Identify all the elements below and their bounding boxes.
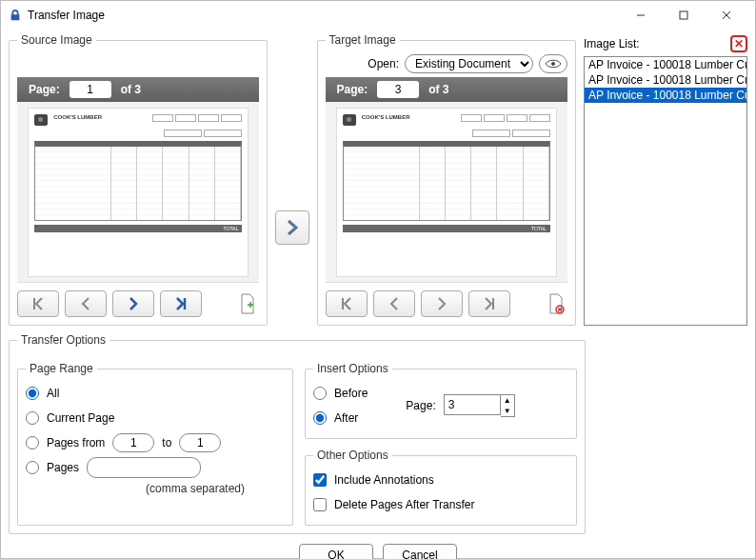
image-list-label: Image List: xyxy=(584,37,640,50)
source-preview: COOK'S LUMBER TOTAL xyxy=(17,102,259,283)
page-range-pages-label: Pages xyxy=(47,461,79,474)
source-legend: Source Image xyxy=(17,33,96,47)
source-prev-page-button[interactable] xyxy=(65,290,107,317)
source-first-page-button[interactable] xyxy=(17,290,59,317)
page-range-hint: (comma separated) xyxy=(106,482,285,495)
list-item[interactable]: AP Invoice - 100018 Lumber Cuts - xyxy=(585,72,746,88)
ok-button[interactable]: OK xyxy=(299,544,373,559)
target-next-page-button[interactable] xyxy=(421,290,463,317)
list-item[interactable]: AP Invoice - 100018 Lumber Cuts - xyxy=(585,88,746,103)
target-preview: COOK'S LUMBER TOTAL xyxy=(326,102,567,283)
delete-after-label: Delete Pages After Transfer xyxy=(334,498,474,511)
page-spin-down[interactable]: ▼ xyxy=(501,406,514,416)
target-last-page-button[interactable] xyxy=(468,290,510,317)
page-range-from-label: Pages from xyxy=(47,436,105,449)
insert-page-label: Page: xyxy=(406,399,435,412)
window-title: Transfer Image xyxy=(28,9,619,22)
page-range-all-radio[interactable] xyxy=(26,387,39,400)
transfer-arrow-button[interactable] xyxy=(275,210,308,245)
source-image-group: Source Image Page: 1 of 3 COOK'S LUMBER … xyxy=(9,33,268,326)
insert-options-legend: Insert Options xyxy=(313,362,392,375)
source-page-label: Page: xyxy=(29,83,60,96)
page-range-all-label: All xyxy=(47,387,59,400)
svg-rect-1 xyxy=(680,11,687,19)
page-range-to-label: to xyxy=(162,436,171,449)
target-legend: Target Image xyxy=(326,33,400,47)
page-range-group: Page Range All Current Page Pages from t… xyxy=(17,362,293,526)
page-spin-up[interactable]: ▲ xyxy=(501,395,514,406)
lock-icon xyxy=(9,9,22,22)
page-range-from-radio[interactable] xyxy=(26,436,39,449)
insert-after-radio[interactable] xyxy=(313,411,327,425)
source-page-of: of 3 xyxy=(121,83,141,96)
image-list[interactable]: AP Invoice - 100018 Lumber Cuts - AP Inv… xyxy=(584,56,747,326)
insert-options-group: Insert Options Before After Page: ▲▼ xyxy=(305,362,577,439)
page-range-to-input[interactable] xyxy=(179,433,221,452)
page-range-pages-radio[interactable] xyxy=(26,461,39,474)
target-page-label: Page: xyxy=(337,83,368,96)
page-range-from-input[interactable] xyxy=(112,433,154,452)
page-range-current-radio[interactable] xyxy=(26,411,39,425)
page-range-pages-input[interactable] xyxy=(87,457,201,478)
source-page-number[interactable]: 1 xyxy=(70,81,111,98)
page-range-current-label: Current Page xyxy=(47,411,114,425)
insert-page-input[interactable] xyxy=(444,394,501,415)
target-first-page-button[interactable] xyxy=(326,290,368,317)
insert-after-label: After xyxy=(334,411,358,425)
other-options-group: Other Options Include Annotations Delete… xyxy=(305,449,577,526)
delete-after-checkbox[interactable] xyxy=(313,498,327,511)
source-pagebar: Page: 1 of 3 xyxy=(17,77,259,102)
transfer-options-group: Transfer Options Page Range All Current … xyxy=(9,333,586,534)
insert-before-radio[interactable] xyxy=(313,387,327,400)
other-options-legend: Other Options xyxy=(313,449,392,462)
source-next-page-button[interactable] xyxy=(112,290,154,317)
page-range-legend: Page Range xyxy=(26,362,97,375)
target-page-of: of 3 xyxy=(428,83,448,96)
list-item[interactable]: AP Invoice - 100018 Lumber Cuts - xyxy=(585,57,746,72)
svg-point-2 xyxy=(551,62,555,66)
titlebar: Transfer Image xyxy=(1,1,755,30)
target-remove-page-icon[interactable] xyxy=(545,290,567,317)
target-prev-page-button[interactable] xyxy=(373,290,415,317)
image-list-close-button[interactable]: ✕ xyxy=(730,35,747,52)
target-document-thumbnail: COOK'S LUMBER TOTAL xyxy=(337,109,556,276)
target-image-group: Target Image Open: Existing Document Pag… xyxy=(317,33,576,326)
include-annotations-label: Include Annotations xyxy=(334,473,434,487)
close-button[interactable] xyxy=(705,1,747,30)
minimize-button[interactable] xyxy=(619,1,662,30)
transfer-options-legend: Transfer Options xyxy=(17,333,109,347)
insert-before-label: Before xyxy=(334,387,368,400)
source-last-page-button[interactable] xyxy=(160,290,202,317)
source-document-thumbnail: COOK'S LUMBER TOTAL xyxy=(29,109,248,276)
view-button[interactable] xyxy=(539,54,567,73)
maximize-button[interactable] xyxy=(662,1,705,30)
include-annotations-checkbox[interactable] xyxy=(313,473,327,487)
open-select[interactable]: Existing Document xyxy=(405,54,533,73)
source-add-page-icon[interactable] xyxy=(236,290,259,317)
target-page-number[interactable]: 3 xyxy=(377,81,419,98)
cancel-button[interactable]: Cancel xyxy=(383,544,457,559)
target-pagebar: Page: 3 of 3 xyxy=(326,77,567,102)
open-label: Open: xyxy=(368,57,399,70)
